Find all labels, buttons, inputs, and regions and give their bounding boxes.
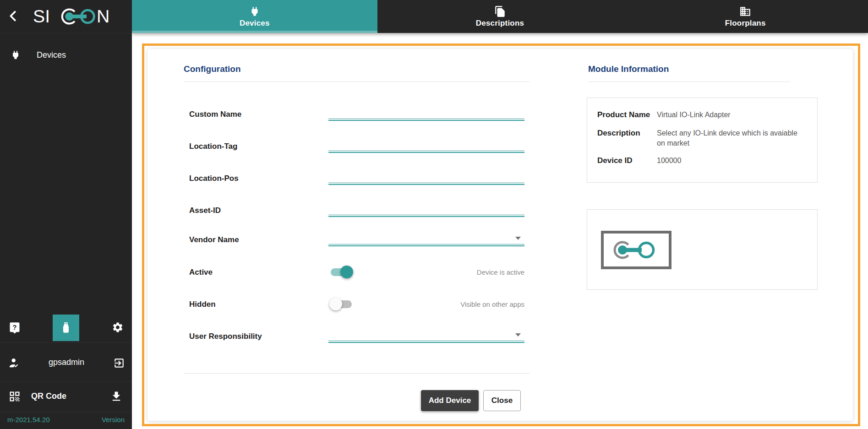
field-hint: Device is active [477,263,524,282]
info-row-description: Description Select any IO-Link device wh… [597,128,807,148]
sidebar-divider [0,381,132,382]
back-button[interactable] [6,9,21,24]
svg-text:?: ? [12,323,16,331]
active-toggle-field: Device is active [328,263,524,282]
chevron-down-icon[interactable] [515,237,521,240]
field-label: Custom Name [189,105,241,124]
plug-icon [10,49,21,60]
field-label: Active [189,263,213,282]
info-value: Virtual IO-Link Adapter [657,110,807,120]
chevron-down-icon[interactable] [515,333,521,337]
version-value: m-2021.54.20 [7,416,50,424]
hidden-toggle[interactable] [331,300,352,308]
sidebar-item-label: Devices [37,45,66,65]
building-icon [739,5,751,17]
top-tab-bar: Devices Descriptions Floorplans [132,0,868,33]
form-row-custom-name: Custom Name [189,105,524,124]
sicon-logo: SI N [33,5,115,28]
input-underline [328,215,524,217]
tab-label: Floorplans [725,19,766,28]
input-underline [328,341,524,343]
divider [184,373,530,374]
location-tag-input[interactable] [328,137,524,156]
divider [184,81,530,82]
hidden-toggle-field: Visible on other apps [328,295,524,314]
user-check-icon [8,357,21,369]
info-label: Device ID [597,156,657,166]
logout-button[interactable] [113,357,125,369]
qr-code-label: QR Code [31,391,66,401]
plug-icon [249,5,261,17]
field-label: Hidden [189,295,216,314]
field-label: Vendor Name [189,231,239,249]
qr-code-icon [8,390,21,403]
form-row-location-pos: Location-Pos [189,169,524,188]
settings-button[interactable] [112,321,124,333]
download-button[interactable] [110,390,123,403]
info-value: 100000 [657,156,807,166]
info-value: Select any IO-Link device which is avaia… [657,128,807,148]
tab-label: Devices [240,19,270,28]
co-device-logo [609,237,664,263]
active-tab-indicator [132,31,377,33]
tab-descriptions[interactable]: Descriptions [377,0,623,33]
field-hint: Visible on other apps [460,295,524,314]
sidebar-item-devices[interactable]: Devices [0,45,132,65]
help-button[interactable]: ? [8,321,21,334]
asset-id-input[interactable] [328,201,524,220]
form-row-user-responsibility: User Responsibility [189,327,524,346]
sidebar-divider [0,342,132,343]
input-underline [328,119,524,121]
field-label: Location-Pos [189,169,239,188]
add-device-dialog: Configuration Custom Name Location-Tag L… [147,49,853,421]
device-image-card [587,209,818,290]
info-label: Product Name [597,110,657,120]
location-pos-input[interactable] [328,169,524,188]
gear-icon [112,321,124,333]
sidebar-divider [0,412,132,412]
module-information-title: Module Information [588,64,669,74]
add-device-button[interactable]: Add Device [421,390,479,411]
tab-floorplans[interactable]: Floorplans [622,0,868,33]
field-label: User Responsibility [189,327,262,346]
documents-icon [494,5,506,17]
field-label: Asset-ID [189,201,221,220]
form-row-hidden: Hidden Visible on other apps [189,295,524,314]
module-info-card: Product Name Virtual IO-Link Adapter Des… [587,98,818,183]
info-row-product-name: Product Name Virtual IO-Link Adapter [597,110,807,120]
custom-name-input[interactable] [328,105,524,124]
logout-icon [113,357,125,369]
app-root: SI N Devices ? [0,0,868,429]
help-icon: ? [8,321,21,334]
svg-text:N: N [97,6,109,26]
sidebar-usb-module-button[interactable] [53,315,79,341]
download-icon [110,390,123,403]
input-underline [328,151,524,153]
form-row-asset-id: Asset-ID [189,201,524,220]
vendor-name-select[interactable] [328,231,524,249]
field-label: Location-Tag [189,137,237,156]
chevron-left-icon [6,9,20,23]
tab-label: Descriptions [476,19,524,28]
active-toggle[interactable] [331,268,352,276]
toggle-knob [340,266,353,278]
tab-devices[interactable]: Devices [132,0,377,33]
form-row-location-tag: Location-Tag [189,137,524,156]
device-logo-frame [601,231,671,269]
usb-device-icon [59,321,73,335]
form-row-vendor-name: Vendor Name [189,231,524,249]
username-label: gpsadmin [27,358,105,367]
logo-area: SI N [0,0,132,33]
input-underline [328,244,524,246]
input-underline [328,183,524,185]
user-responsibility-select[interactable] [328,327,524,346]
info-row-device-id: Device ID 100000 [597,156,807,166]
version-label: Version [102,416,125,424]
svg-text:SI: SI [33,6,50,26]
sidebar: SI N Devices ? [0,0,132,429]
close-button[interactable]: Close [483,390,521,411]
divider [588,81,790,82]
configuration-title: Configuration [184,64,241,74]
info-label: Description [597,128,657,148]
form-row-active: Active Device is active [189,263,524,282]
